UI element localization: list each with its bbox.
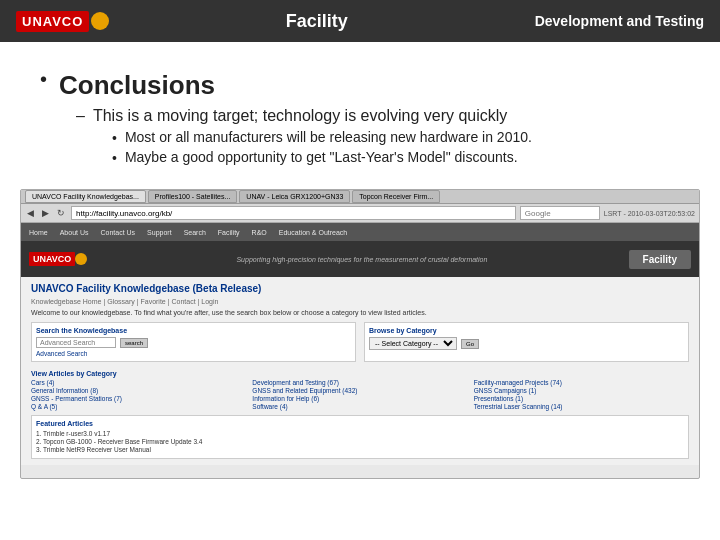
site-content-area: UNAVCO Facility Knowledgebase (Beta Rele… bbox=[21, 277, 699, 465]
advanced-search-link[interactable]: Advanced Search bbox=[36, 350, 351, 357]
site-nav-facility[interactable]: Facility bbox=[218, 229, 240, 236]
dash-text: This is a moving target; technology is e… bbox=[93, 107, 507, 125]
conclusions-bullet-line: • Conclusions bbox=[40, 70, 680, 101]
site-logo: UNAVCO bbox=[29, 252, 75, 266]
cat-item-1-3[interactable]: Q & A (5) bbox=[31, 403, 246, 410]
site-nav-support[interactable]: Support bbox=[147, 229, 172, 236]
forward-button[interactable]: ▶ bbox=[40, 208, 51, 218]
sub-bullet-text-1: Most or all manufacturers will be releas… bbox=[125, 129, 532, 145]
site-search-input[interactable] bbox=[36, 337, 116, 348]
browser-tab-1[interactable]: UNAVCO Facility Knowledgebas... bbox=[25, 190, 146, 203]
site-search-button[interactable]: search bbox=[120, 338, 148, 348]
browser-tab-2[interactable]: Profiles100 - Satellites... bbox=[148, 190, 237, 203]
browser-tab-4[interactable]: Topcon Receiver Firm... bbox=[352, 190, 440, 203]
cat-item-2-0[interactable]: Development and Testing (67) bbox=[252, 379, 467, 386]
cat-item-1-0[interactable]: Cars (4) bbox=[31, 379, 246, 386]
site-facility-badge: Facility bbox=[629, 250, 691, 269]
sub-bullet-2: • Maybe a good opportunity to get "Last-… bbox=[112, 149, 680, 166]
back-button[interactable]: ◀ bbox=[25, 208, 36, 218]
sub-bullets: • Most or all manufacturers will be rele… bbox=[112, 129, 680, 166]
lsrt-label: LSRT - 2010-03-03T20:53:02 bbox=[604, 210, 695, 217]
featured-item-2[interactable]: 2. Topcon GB-1000 - Receiver Base Firmwa… bbox=[36, 438, 684, 445]
site-welcome-text: Welcome to our knowledgebase. To find wh… bbox=[31, 309, 689, 316]
sub-bullet-1: • Most or all manufacturers will be rele… bbox=[112, 129, 680, 146]
site-nav-education[interactable]: Education & Outreach bbox=[279, 229, 348, 236]
categories-grid: Cars (4) General Information (8) GNSS - … bbox=[31, 379, 689, 411]
featured-articles-section: Featured Articles 1. Trimble r-user3.0 v… bbox=[31, 415, 689, 459]
site-nav-ro[interactable]: R&O bbox=[252, 229, 267, 236]
search-row: search bbox=[36, 337, 351, 348]
site-logo-circle-icon bbox=[75, 253, 87, 265]
dash-symbol: – bbox=[76, 107, 85, 125]
browse-go-button[interactable]: Go bbox=[461, 339, 479, 349]
featured-item-3[interactable]: 3. Trimble NetR9 Receiver User Manual bbox=[36, 446, 684, 453]
page-header: UNAVCO Facility Development and Testing bbox=[0, 0, 720, 42]
cat-item-3-2[interactable]: Presentations (1) bbox=[474, 395, 689, 402]
site-main-column: UNAVCO Facility Knowledgebase (Beta Rele… bbox=[31, 283, 689, 459]
site-nav-bar: Home About Us Contact Us Support Search … bbox=[21, 223, 699, 241]
categories-col-2: Development and Testing (67) GNSS and Re… bbox=[252, 379, 467, 411]
category-select[interactable]: -- Select Category -- bbox=[369, 337, 457, 350]
refresh-button[interactable]: ↻ bbox=[55, 208, 67, 218]
categories-col-1: Cars (4) General Information (8) GNSS - … bbox=[31, 379, 246, 411]
browser-tab-3[interactable]: UNAV - Leica GRX1200+GN33 bbox=[239, 190, 350, 203]
sub-bullet-text-2: Maybe a good opportunity to get "Last-Ye… bbox=[125, 149, 518, 165]
site-breadcrumb: Knowledgebase Home | Glossary | Favorite… bbox=[31, 298, 689, 305]
site-header: UNAVCO Supporting high-precision techniq… bbox=[21, 241, 699, 277]
cat-item-2-1[interactable]: GNSS and Related Equipment (432) bbox=[252, 387, 467, 394]
logo-circle-icon bbox=[91, 12, 109, 30]
header-right-text: Development and Testing bbox=[484, 13, 704, 29]
browser-screenshot: UNAVCO Facility Knowledgebas... Profiles… bbox=[20, 189, 700, 479]
cat-item-2-2[interactable]: Information for Help (6) bbox=[252, 395, 467, 402]
view-articles-title: View Articles by Category bbox=[31, 370, 689, 377]
unavco-logo: UNAVCO bbox=[16, 11, 89, 32]
site-nav-about[interactable]: About Us bbox=[60, 229, 89, 236]
sub-bullet-dot-2-icon: • bbox=[112, 150, 117, 166]
search-browse-row: Search the Knowledgebase search Advanced… bbox=[31, 322, 689, 366]
site-nav-search[interactable]: Search bbox=[184, 229, 206, 236]
cat-item-2-3[interactable]: Software (4) bbox=[252, 403, 467, 410]
search-section-title: Search the Knowledgebase bbox=[36, 327, 351, 334]
browser-tabs-bar: UNAVCO Facility Knowledgebas... Profiles… bbox=[21, 190, 699, 204]
browse-section: Browse by Category -- Select Category --… bbox=[364, 322, 689, 362]
bullet-dot-icon: • bbox=[40, 68, 47, 91]
sub-bullet-dot-1-icon: • bbox=[112, 130, 117, 146]
browse-row: -- Select Category -- Go bbox=[369, 337, 684, 350]
featured-articles-title: Featured Articles bbox=[36, 420, 684, 427]
header-title: Facility bbox=[149, 11, 484, 32]
categories-col-3: Facility-managed Projects (74) GNSS Camp… bbox=[474, 379, 689, 411]
site-nav-contact[interactable]: Contact Us bbox=[100, 229, 135, 236]
cat-item-3-0[interactable]: Facility-managed Projects (74) bbox=[474, 379, 689, 386]
conclusions-heading: Conclusions bbox=[59, 70, 215, 101]
browser-url-bar: ◀ ▶ ↻ LSRT - 2010-03-03T20:53:02 bbox=[21, 204, 699, 223]
site-page-title: UNAVCO Facility Knowledgebase (Beta Rele… bbox=[31, 283, 689, 294]
featured-item-1[interactable]: 1. Trimble r-user3.0 v1.17 bbox=[36, 430, 684, 437]
cat-item-3-3[interactable]: Terrestrial Laser Scanning (14) bbox=[474, 403, 689, 410]
search-section: Search the Knowledgebase search Advanced… bbox=[31, 322, 356, 362]
slide-content: • Conclusions – This is a moving target;… bbox=[0, 42, 720, 179]
cat-item-1-1[interactable]: General Information (8) bbox=[31, 387, 246, 394]
cat-item-1-2[interactable]: GNSS - Permanent Stations (7) bbox=[31, 395, 246, 402]
url-input[interactable] bbox=[71, 206, 516, 220]
site-tagline: Supporting high-precision techniques for… bbox=[95, 256, 628, 263]
logo-area: UNAVCO bbox=[16, 11, 109, 32]
browser-search-input[interactable] bbox=[520, 206, 600, 220]
dash-line: – This is a moving target; technology is… bbox=[76, 107, 680, 125]
cat-item-3-1[interactable]: GNSS Campaigns (1) bbox=[474, 387, 689, 394]
site-nav-home[interactable]: Home bbox=[29, 229, 48, 236]
browse-section-title: Browse by Category bbox=[369, 327, 684, 334]
